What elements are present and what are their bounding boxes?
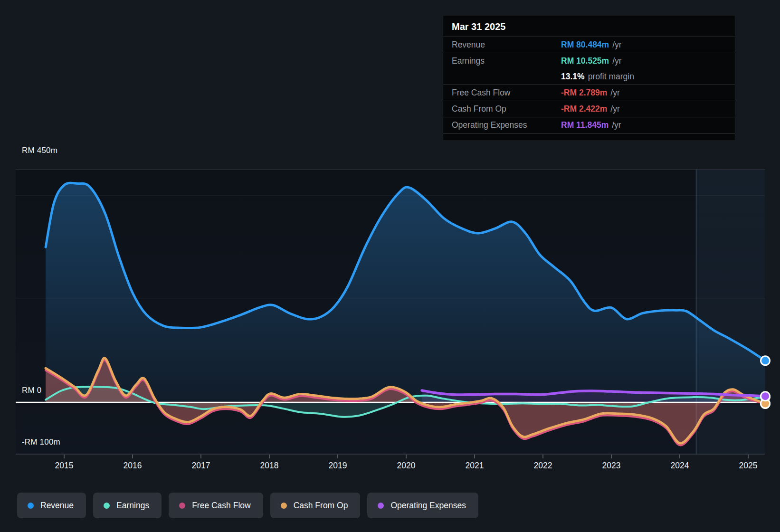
- operating-expenses-legend-dot-icon: [378, 503, 384, 509]
- tooltip-row-label: Cash From Op: [452, 104, 561, 114]
- tooltip-row-value: RM 11.845m: [561, 120, 609, 130]
- x-axis-label-2025: 2025: [739, 461, 758, 471]
- tooltip-row-label: Revenue: [452, 40, 561, 50]
- legend-item-earnings[interactable]: Earnings: [93, 493, 162, 518]
- tooltip-row-operating-expenses: Operating ExpensesRM 11.845m/yr: [443, 117, 735, 133]
- x-axis-label-2021: 2021: [466, 461, 484, 471]
- revenue-legend-dot-icon: [28, 503, 34, 509]
- tooltip-row-label: Free Cash Flow: [452, 88, 561, 98]
- y-axis-label-top: RM 450m: [22, 146, 57, 155]
- free-cash-flow-legend-dot-icon: [179, 503, 185, 509]
- tooltip-row-label: Operating Expenses: [452, 120, 561, 130]
- x-axis-label-2016: 2016: [124, 461, 142, 471]
- legend-item-operating-expenses[interactable]: Operating Expenses: [367, 493, 478, 518]
- legend-item-free-cash-flow[interactable]: Free Cash Flow: [169, 493, 263, 518]
- legend-item-label: Earnings: [116, 501, 149, 511]
- tooltip-row-label: Earnings: [452, 56, 561, 66]
- legend-item-revenue[interactable]: Revenue: [17, 493, 86, 518]
- x-axis-label-2020: 2020: [397, 461, 416, 471]
- tooltip-row-unit: /yr: [612, 40, 621, 50]
- tooltip-row-unit: /yr: [612, 120, 621, 130]
- tooltip-row-value: RM 10.525m: [561, 56, 609, 66]
- earnings-legend-dot-icon: [104, 503, 110, 509]
- tooltip-row-earnings: EarningsRM 10.525m/yr: [443, 53, 735, 69]
- tooltip-row-cash-from-op: Cash From Op-RM 2.422m/yr: [443, 101, 735, 117]
- legend: RevenueEarningsFree Cash FlowCash From O…: [17, 493, 478, 518]
- y-axis-label-zero: RM 0: [22, 386, 41, 395]
- legend-item-label: Operating Expenses: [390, 501, 466, 511]
- legend-item-label: Cash From Op: [294, 501, 348, 511]
- tooltip-row-unit: profit margin: [588, 72, 634, 82]
- tooltip-row-free-cash-flow: Free Cash Flow-RM 2.789m/yr: [443, 85, 735, 101]
- cash-from-op-legend-dot-icon: [281, 503, 287, 509]
- legend-item-label: Free Cash Flow: [192, 501, 251, 511]
- tooltip-row-value: RM 80.484m: [561, 40, 609, 50]
- tooltip-rows: RevenueRM 80.484m/yrEarningsRM 10.525m/y…: [443, 37, 735, 133]
- revenue-endpoint-marker: [761, 356, 770, 365]
- legend-item-label: Revenue: [40, 501, 74, 511]
- x-axis-label-2023: 2023: [602, 461, 621, 471]
- financials-chart-screen: RM 450m RM 0 -RM 100m 201520162017201820…: [0, 0, 780, 532]
- tooltip-row-unit: /yr: [612, 56, 621, 66]
- tooltip-row-unit: /yr: [610, 88, 619, 98]
- x-axis-ticks: [64, 455, 748, 458]
- operating-expenses-endpoint-marker: [761, 392, 770, 401]
- x-axis-label-2018: 2018: [260, 461, 279, 471]
- y-axis-label-bottom: -RM 100m: [22, 437, 60, 447]
- tooltip-date: Mar 31 2025: [443, 16, 735, 37]
- x-axis-label-2022: 2022: [534, 461, 552, 471]
- legend-item-cash-from-op[interactable]: Cash From Op: [270, 493, 361, 518]
- x-axis-label-2024: 2024: [671, 461, 689, 471]
- tooltip-panel: Mar 31 2025 RevenueRM 80.484m/yrEarnings…: [443, 15, 735, 141]
- tooltip-row-revenue: RevenueRM 80.484m/yr: [443, 37, 735, 53]
- tooltip-row-value: -RM 2.789m: [561, 88, 607, 98]
- tooltip-row-value: 13.1%: [561, 72, 585, 82]
- tooltip-row-value: -RM 2.422m: [561, 104, 607, 114]
- x-axis-label-2017: 2017: [192, 461, 210, 471]
- x-axis-label-2019: 2019: [329, 461, 347, 471]
- x-axis-label-2015: 2015: [55, 461, 74, 471]
- tooltip-row-unit: /yr: [610, 104, 619, 114]
- tooltip-row-profit-margin: 13.1%profit margin: [443, 69, 735, 85]
